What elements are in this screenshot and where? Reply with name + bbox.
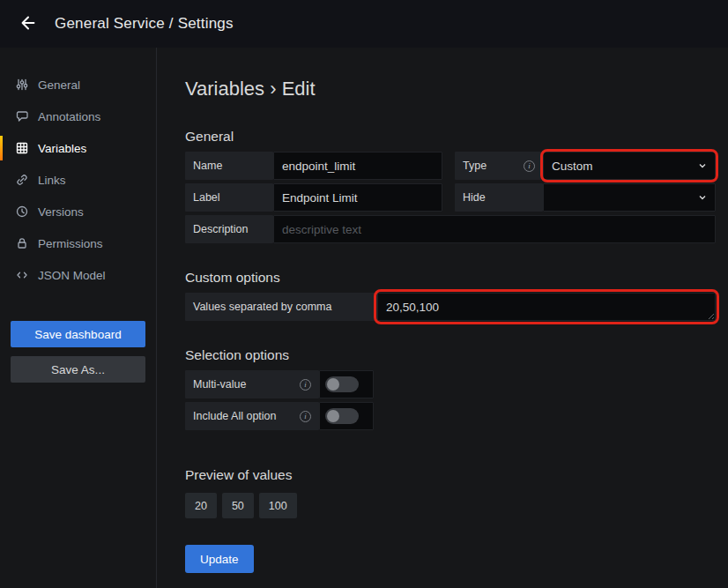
values-row: Values separated by comma 20,50,100 — [185, 293, 716, 321]
sidebar-item-general[interactable]: General — [0, 69, 156, 100]
sidebar-item-label: Annotations — [38, 110, 100, 123]
toggle-switch-off — [325, 376, 359, 392]
preview-value-chip: 20 — [185, 493, 217, 518]
info-icon[interactable] — [300, 411, 311, 422]
toggle-switch-off — [325, 408, 359, 424]
sliders-icon — [14, 78, 29, 93]
description-input[interactable] — [273, 215, 716, 243]
breadcrumb: Variables › Edit — [185, 78, 728, 100]
sidebar-item-permissions[interactable]: Permissions — [0, 227, 156, 259]
include-all-toggle[interactable] — [319, 402, 374, 430]
sidebar-item-label: Permissions — [38, 237, 103, 250]
general-section-heading: General — [185, 129, 728, 145]
label-label: Label — [185, 183, 273, 212]
chevron-down-icon — [698, 193, 707, 202]
sidebar-item-json-model[interactable]: JSON Model — [0, 259, 156, 291]
type-label: Type — [455, 152, 543, 180]
custom-options-heading: Custom options — [185, 270, 728, 286]
info-icon[interactable] — [524, 160, 535, 172]
preview-value-chip: 50 — [222, 493, 254, 518]
lock-icon — [14, 236, 29, 251]
values-input[interactable]: 20,50,100 — [377, 293, 716, 321]
main-content: Variables › Edit General Name Type Custo… — [157, 48, 728, 588]
values-label: Values separated by comma — [185, 293, 377, 321]
sidebar-item-label: Links — [38, 174, 66, 187]
chevron-down-icon — [698, 161, 707, 170]
save-as-button[interactable]: Save As... — [11, 356, 145, 383]
name-type-row: Name Type Custom — [185, 152, 716, 180]
code-brackets-icon — [14, 268, 29, 283]
include-all-row: Include All option — [185, 402, 716, 430]
sidebar-item-label: General — [38, 78, 80, 92]
page-title: General Service / Settings — [55, 15, 234, 33]
label-input[interactable] — [273, 183, 442, 212]
update-button[interactable]: Update — [185, 545, 254, 573]
page-header: General Service / Settings — [0, 0, 728, 48]
type-select[interactable]: Custom — [543, 152, 716, 180]
hide-select[interactable] — [543, 183, 716, 212]
sidebar-item-label: Versions — [38, 205, 84, 219]
preview-values: 20 50 100 — [185, 493, 728, 518]
link-icon — [14, 173, 29, 188]
settings-sidebar: General Annotations Variables Links Vers… — [0, 48, 157, 588]
toggle-knob — [327, 410, 339, 422]
sidebar-item-label: JSON Model — [38, 269, 106, 282]
preview-value-chip: 100 — [259, 493, 297, 518]
gap — [442, 152, 455, 180]
table-icon — [14, 141, 29, 156]
multi-value-label: Multi-value — [185, 370, 319, 398]
gap — [442, 183, 455, 212]
sidebar-item-annotations[interactable]: Annotations — [0, 100, 156, 132]
back-button[interactable] — [12, 8, 44, 40]
toggle-knob — [327, 378, 339, 391]
sidebar-item-versions[interactable]: Versions — [0, 196, 156, 227]
arrow-left-icon — [19, 13, 38, 35]
values-field-wrap: 20,50,100 — [377, 293, 716, 321]
sidebar-item-label: Variables — [38, 142, 86, 155]
label-hide-row: Label Hide — [185, 183, 716, 212]
history-icon — [14, 205, 29, 220]
hide-label: Hide — [455, 183, 543, 212]
include-all-label: Include All option — [185, 402, 319, 430]
multi-value-toggle[interactable] — [319, 370, 374, 398]
sidebar-actions: Save dashboard Save As... — [11, 321, 145, 383]
selection-options-heading: Selection options — [185, 347, 728, 363]
description-label: Description — [185, 215, 273, 243]
info-icon[interactable] — [300, 379, 311, 391]
preview-heading: Preview of values — [185, 467, 728, 483]
name-label: Name — [185, 152, 273, 180]
save-dashboard-button[interactable]: Save dashboard — [11, 321, 145, 347]
sidebar-item-links[interactable]: Links — [0, 164, 156, 196]
multi-value-row: Multi-value — [185, 370, 716, 398]
description-row: Description — [185, 215, 716, 243]
comment-icon — [14, 109, 29, 124]
name-input[interactable] — [273, 152, 442, 180]
sidebar-item-variables[interactable]: Variables — [0, 132, 156, 164]
